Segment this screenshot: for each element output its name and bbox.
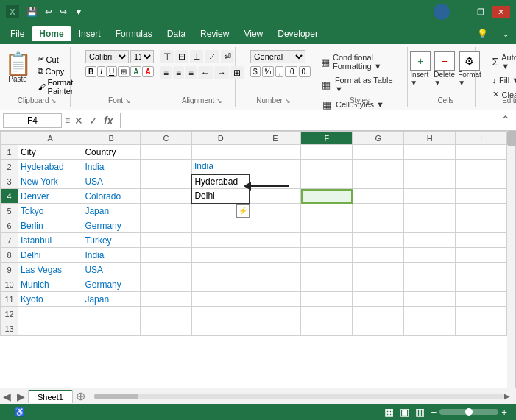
cell-E12[interactable] [250,307,301,321]
comma-button[interactable]: , [275,66,283,77]
indent-dec-button[interactable]: ← [198,66,213,79]
menu-file[interactable]: File [3,26,32,41]
row-header-5[interactable]: 5 [1,204,18,218]
redo-btn[interactable]: ↪ [57,5,70,18]
cell-I3[interactable] [456,174,507,189]
zoom-in-btn[interactable]: + [501,407,507,418]
cell-H11[interactable] [404,292,456,307]
cell-I9[interactable] [456,263,507,277]
col-header-H[interactable]: H [404,132,456,145]
vertical-scrollbar[interactable] [507,131,516,388]
cell-B6[interactable]: Germany [82,218,141,233]
cell-F3[interactable] [301,174,353,189]
conditional-formatting-button[interactable]: ▦ Conditional Formatting ▼ [318,51,401,72]
cell-G7[interactable] [353,233,404,248]
cell-D8[interactable] [191,248,250,263]
prev-sheet-btn[interactable]: ◀ [0,391,14,402]
cell-E1[interactable] [250,145,301,160]
cell-H1[interactable] [404,145,456,160]
cell-E2[interactable] [250,160,301,174]
cell-F2[interactable] [301,160,353,174]
cell-C9[interactable] [141,263,192,277]
cell-A7[interactable]: Istanbul [18,233,82,248]
format-as-table-button[interactable]: ▦ Format as Table ▼ [318,74,401,95]
cell-A13[interactable] [18,321,82,336]
format-painter-button[interactable]: 🖌Format Painter [38,78,74,96]
cell-B5[interactable]: Japan [82,204,141,218]
user-avatar[interactable] [434,4,450,20]
cut-button[interactable]: ✂Cut [38,54,74,64]
ribbon-collapse-btn[interactable]: ⌄ [498,29,513,40]
cell-H3[interactable] [404,174,456,189]
currency-button[interactable]: $ [250,66,261,77]
cell-I7[interactable] [456,233,507,248]
cell-A2[interactable]: Hyderabad [18,160,82,174]
cell-B3[interactable]: USA [82,174,141,189]
cell-D6[interactable] [191,218,250,233]
cell-D12[interactable] [191,307,250,321]
row-header-2[interactable]: 2 [1,160,18,174]
cell-E11[interactable] [250,292,301,307]
scroll-right-btn[interactable]: ▶ [504,392,510,400]
cell-H4[interactable] [404,189,456,204]
cell-E8[interactable] [250,248,301,263]
row-header-10[interactable]: 10 [1,277,18,292]
cell-D1[interactable] [191,145,250,160]
italic-button[interactable]: I [97,66,105,77]
cell-E6[interactable] [250,218,301,233]
cell-H7[interactable] [404,233,456,248]
view-page-btn[interactable]: ▣ [400,406,409,418]
menu-data[interactable]: Data [160,26,193,41]
horizontal-scrollbar-track[interactable] [94,394,504,399]
cell-B10[interactable]: Germany [82,277,141,292]
cell-F8[interactable] [301,248,353,263]
cell-H8[interactable] [404,248,456,263]
inc-decimal-button[interactable]: .0 [285,66,297,77]
cell-H10[interactable] [404,277,456,292]
font-color-button[interactable]: A [142,66,153,77]
cell-I10[interactable] [456,277,507,292]
name-box[interactable] [3,113,62,128]
cell-D7[interactable] [191,233,250,248]
cell-E13[interactable] [250,321,301,336]
delete-cells-button[interactable]: − Delete ▼ [434,51,455,87]
cell-C6[interactable] [141,218,192,233]
cell-F10[interactable] [301,277,353,292]
percent-button[interactable]: % [262,66,275,77]
row-header-11[interactable]: 11 [1,292,18,307]
qat-dropdown[interactable]: ▼ [71,5,86,18]
cell-D10[interactable] [191,277,250,292]
paste-button[interactable]: 📋 Paste [1,51,35,85]
cell-I2[interactable] [456,160,507,174]
col-header-I[interactable]: I [456,132,507,145]
col-header-G[interactable]: G [353,132,404,145]
cell-C12[interactable] [141,307,192,321]
cell-D3[interactable]: Hyderabad [191,174,250,189]
cell-F11[interactable] [301,292,353,307]
cell-E9[interactable] [250,263,301,277]
align-left-button[interactable]: ≡ [160,66,172,79]
col-header-E[interactable]: E [250,132,301,145]
cell-A12[interactable] [18,307,82,321]
cell-F13[interactable] [301,321,353,336]
close-btn[interactable]: ✕ [492,6,510,18]
zoom-slider-thumb[interactable] [465,408,473,416]
cell-F4[interactable] [301,189,353,204]
cell-G6[interactable] [353,218,404,233]
font-name-select[interactable]: Calibri [85,50,129,63]
col-header-F[interactable]: F [301,132,353,145]
cell-B9[interactable]: USA [82,263,141,277]
cell-B4[interactable]: Colorado [82,189,141,204]
cell-D9[interactable] [191,263,250,277]
cell-E5[interactable] [250,204,301,218]
cell-D11[interactable] [191,292,250,307]
cell-E10[interactable] [250,277,301,292]
confirm-formula-btn[interactable]: ✓ [88,115,99,127]
cell-G9[interactable] [353,263,404,277]
cell-B8[interactable]: India [82,248,141,263]
zoom-out-btn[interactable]: − [431,407,437,418]
number-format-select[interactable]: General [250,50,305,63]
cell-H9[interactable] [404,263,456,277]
cell-H5[interactable] [404,204,456,218]
row-header-7[interactable]: 7 [1,233,18,248]
